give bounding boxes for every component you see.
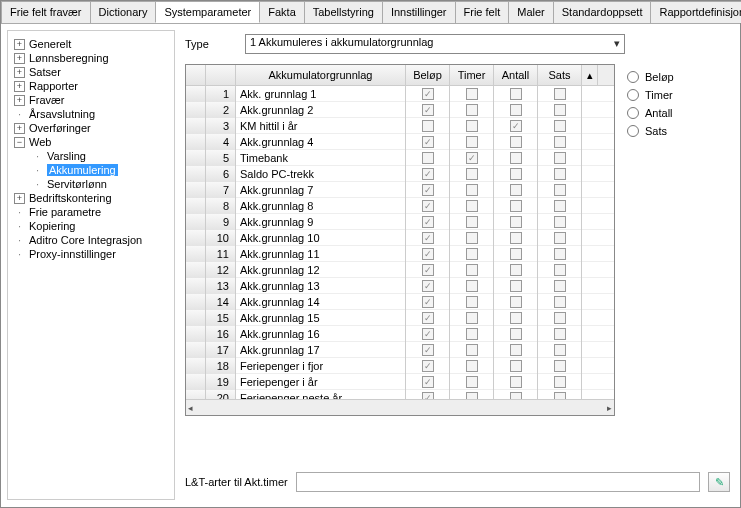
checkbox-sats[interactable] xyxy=(554,312,566,324)
cell-belop[interactable] xyxy=(406,166,450,182)
cell-antall[interactable] xyxy=(494,262,538,278)
scroll-right-icon[interactable]: ▸ xyxy=(607,403,612,413)
checkbox-timer[interactable] xyxy=(466,88,478,100)
cell-sats[interactable] xyxy=(538,262,582,278)
type-select[interactable]: 1 Akkumuleres i akkumulatorgrunnlag xyxy=(245,34,625,54)
checkbox-belop[interactable] xyxy=(422,136,434,148)
cell-belop[interactable] xyxy=(406,326,450,342)
checkbox-sats[interactable] xyxy=(554,88,566,100)
checkbox-sats[interactable] xyxy=(554,264,566,276)
cell-sats[interactable] xyxy=(538,118,582,134)
cell-timer[interactable] xyxy=(450,102,494,118)
scroll-left-icon[interactable]: ◂ xyxy=(188,403,193,413)
checkbox-timer[interactable] xyxy=(466,152,478,164)
cell-belop[interactable] xyxy=(406,358,450,374)
tree-item-generelt[interactable]: +Generelt xyxy=(10,37,172,51)
checkbox-belop[interactable] xyxy=(422,296,434,308)
checkbox-belop[interactable] xyxy=(422,200,434,212)
checkbox-sats[interactable] xyxy=(554,344,566,356)
checkbox-sats[interactable] xyxy=(554,184,566,196)
cell-sats[interactable] xyxy=(538,342,582,358)
cell-belop[interactable] xyxy=(406,294,450,310)
radio-beløp[interactable]: Beløp xyxy=(627,68,674,86)
tree-item-akkumulering[interactable]: ·Akkumulering xyxy=(28,163,172,177)
cell-antall[interactable] xyxy=(494,102,538,118)
radio-icon[interactable] xyxy=(627,89,639,101)
tab-5[interactable]: Innstillinger xyxy=(382,1,456,23)
checkbox-sats[interactable] xyxy=(554,280,566,292)
checkbox-antall[interactable] xyxy=(510,200,522,212)
checkbox-timer[interactable] xyxy=(466,120,478,132)
cell-belop[interactable] xyxy=(406,342,450,358)
table-row[interactable]: 10Akk.grunnlag 10 xyxy=(186,230,614,246)
table-row[interactable]: 15Akk.grunnlag 15 xyxy=(186,310,614,326)
checkbox-antall[interactable] xyxy=(510,88,522,100)
horizontal-scrollbar[interactable]: ◂ ▸ xyxy=(186,399,614,415)
checkbox-timer[interactable] xyxy=(466,296,478,308)
checkbox-antall[interactable] xyxy=(510,376,522,388)
table-row[interactable]: 4Akk.grunnlag 4 xyxy=(186,134,614,150)
table-row[interactable]: 19Feriepenger i år xyxy=(186,374,614,390)
tree-item-rapporter[interactable]: +Rapporter xyxy=(10,79,172,93)
checkbox-sats[interactable] xyxy=(554,200,566,212)
tab-8[interactable]: Standardoppsett xyxy=(553,1,652,23)
tab-6[interactable]: Frie felt xyxy=(455,1,510,23)
table-row[interactable]: 5Timebank xyxy=(186,150,614,166)
table-row[interactable]: 2Akk.grunnlag 2 xyxy=(186,102,614,118)
checkbox-sats[interactable] xyxy=(554,296,566,308)
checkbox-antall[interactable] xyxy=(510,248,522,260)
expand-icon[interactable]: + xyxy=(14,53,25,64)
cell-antall[interactable] xyxy=(494,214,538,230)
tree-item-lønnsberegning[interactable]: +Lønnsberegning xyxy=(10,51,172,65)
cell-antall[interactable] xyxy=(494,342,538,358)
tree-item-kopiering[interactable]: ·Kopiering xyxy=(10,219,172,233)
checkbox-timer[interactable] xyxy=(466,184,478,196)
checkbox-antall[interactable] xyxy=(510,280,522,292)
table-row[interactable]: 1Akk. grunnlag 1 xyxy=(186,86,614,102)
cell-sats[interactable] xyxy=(538,358,582,374)
checkbox-sats[interactable] xyxy=(554,232,566,244)
cell-timer[interactable] xyxy=(450,118,494,134)
checkbox-timer[interactable] xyxy=(466,360,478,372)
checkbox-antall[interactable] xyxy=(510,184,522,196)
radio-icon[interactable] xyxy=(627,125,639,137)
cell-belop[interactable] xyxy=(406,374,450,390)
cell-sats[interactable] xyxy=(538,150,582,166)
checkbox-timer[interactable] xyxy=(466,136,478,148)
grid-header-name[interactable]: Akkumulatorgrunnlag xyxy=(236,65,406,85)
akt-timer-input[interactable] xyxy=(296,472,700,492)
cell-belop[interactable] xyxy=(406,182,450,198)
cell-sats[interactable] xyxy=(538,230,582,246)
cell-antall[interactable] xyxy=(494,310,538,326)
cell-timer[interactable] xyxy=(450,230,494,246)
table-row[interactable]: 7Akk.grunnlag 7 xyxy=(186,182,614,198)
checkbox-belop[interactable] xyxy=(422,120,434,132)
cell-antall[interactable] xyxy=(494,358,538,374)
cell-antall[interactable] xyxy=(494,326,538,342)
expand-icon[interactable]: + xyxy=(14,95,25,106)
table-row[interactable]: 12Akk.grunnlag 12 xyxy=(186,262,614,278)
cell-timer[interactable] xyxy=(450,246,494,262)
table-row[interactable]: 11Akk.grunnlag 11 xyxy=(186,246,614,262)
tree-item-web[interactable]: −Web xyxy=(10,135,172,149)
tree-item-servitørlønn[interactable]: ·Servitørlønn xyxy=(28,177,172,191)
cell-sats[interactable] xyxy=(538,102,582,118)
cell-timer[interactable] xyxy=(450,214,494,230)
checkbox-timer[interactable] xyxy=(466,232,478,244)
checkbox-antall[interactable] xyxy=(510,104,522,116)
checkbox-antall[interactable] xyxy=(510,328,522,340)
checkbox-antall[interactable] xyxy=(510,296,522,308)
checkbox-timer[interactable] xyxy=(466,280,478,292)
checkbox-antall[interactable] xyxy=(510,216,522,228)
checkbox-belop[interactable] xyxy=(422,248,434,260)
checkbox-sats[interactable] xyxy=(554,248,566,260)
cell-antall[interactable] xyxy=(494,118,538,134)
table-row[interactable]: 14Akk.grunnlag 14 xyxy=(186,294,614,310)
expand-icon[interactable]: + xyxy=(14,39,25,50)
radio-antall[interactable]: Antall xyxy=(627,104,674,122)
table-row[interactable]: 8Akk.grunnlag 8 xyxy=(186,198,614,214)
cell-antall[interactable] xyxy=(494,198,538,214)
cell-sats[interactable] xyxy=(538,294,582,310)
table-row[interactable]: 13Akk.grunnlag 13 xyxy=(186,278,614,294)
cell-sats[interactable] xyxy=(538,214,582,230)
